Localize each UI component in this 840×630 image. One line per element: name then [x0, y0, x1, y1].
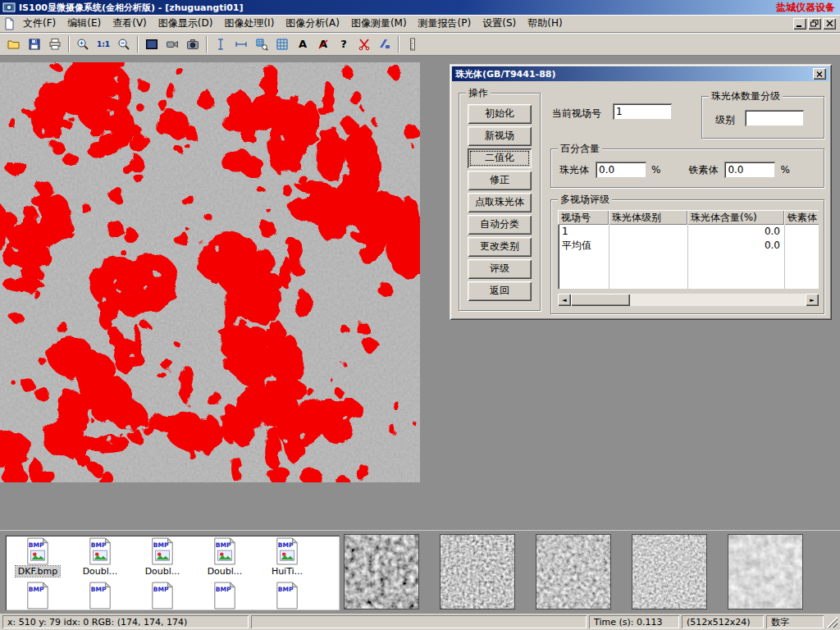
return-button[interactable]: 返回	[468, 281, 532, 301]
resize-grip[interactable]	[826, 616, 838, 628]
file-name: Doubl...	[205, 566, 245, 577]
menu-image-measure[interactable]: 图像测量(M)	[345, 15, 413, 32]
dialog-titlebar[interactable]: 珠光体(GB/T9441-88)	[452, 66, 829, 81]
calibration-button[interactable]	[375, 34, 395, 54]
menu-edit[interactable]: 编辑(E)	[62, 15, 107, 32]
mdi-restore-button[interactable]	[808, 18, 821, 30]
ruler-icon	[406, 38, 419, 51]
col-ferrite-content[interactable]: 铁素体	[784, 210, 819, 225]
col-field-number[interactable]: 视场号	[558, 210, 609, 225]
thumbnail-3[interactable]	[536, 535, 610, 609]
bmp-label: BMP	[29, 586, 44, 593]
file-item[interactable]: BMP	[69, 582, 131, 609]
status-time: Time (s): 0.113	[589, 615, 679, 628]
file-list[interactable]: BMP DKF.bmp BMP Doubl...	[5, 535, 340, 610]
menu-settings[interactable]: 设置(S)	[477, 15, 522, 32]
document-icon[interactable]	[2, 17, 16, 30]
titlebar[interactable]: IS100显微摄像系统(金相分析版) - [zhuguangti01] 盐城仪器…	[0, 0, 840, 15]
ferrite-percent-input[interactable]	[724, 162, 775, 178]
menu-file[interactable]: 文件(F)	[17, 15, 62, 32]
ruler-button[interactable]	[403, 34, 422, 54]
bmp-file-icon: BMP	[275, 537, 299, 565]
bmp-file-icon: BMP	[275, 582, 299, 609]
cell-ferrite-content	[784, 239, 819, 253]
scroll-thumb[interactable]	[571, 294, 630, 306]
save-button[interactable]	[25, 34, 44, 54]
help-button[interactable]: ?	[334, 34, 354, 54]
zoom-out-button[interactable]	[114, 34, 134, 54]
grid-line	[609, 225, 609, 289]
measure-horizontal-button[interactable]	[231, 34, 251, 54]
cut-button[interactable]	[354, 34, 374, 54]
col-pearlite-grade[interactable]: 珠光体级别	[609, 210, 687, 225]
menu-measure-report[interactable]: 测量报告(P)	[413, 15, 477, 32]
thumbnail-1[interactable]	[345, 535, 418, 609]
video-camera-button[interactable]	[162, 34, 182, 54]
rate-button[interactable]: 评级	[468, 259, 532, 279]
bmp-file-icon: BMP	[212, 582, 237, 609]
correct-button[interactable]: 修正	[468, 171, 532, 190]
print-button[interactable]	[45, 34, 65, 54]
grid-button[interactable]	[272, 34, 292, 54]
mdi-close-button[interactable]	[823, 18, 836, 30]
file-item[interactable]: BMP HuiTi...	[256, 537, 318, 577]
bmp-label: BMP	[278, 541, 294, 549]
open-icon	[7, 38, 21, 51]
file-item[interactable]: BMP Doubl...	[69, 537, 131, 577]
statusbar: x: 510 y: 79 idx: 0 RGB: (174, 174, 174)…	[0, 614, 840, 630]
actual-size-icon: 1:1	[97, 40, 110, 48]
menu-help[interactable]: 帮助(H)	[522, 15, 568, 32]
col-pearlite-content[interactable]: 珠光体含量(%)	[687, 210, 784, 225]
open-button[interactable]	[4, 34, 24, 54]
measure-vertical-button[interactable]	[211, 34, 231, 54]
text-annotation-button[interactable]: A	[293, 34, 313, 54]
thumbnail-5[interactable]	[728, 535, 802, 609]
file-item[interactable]: BMP Doubl...	[194, 537, 256, 577]
help-icon: ?	[340, 38, 347, 50]
multi-field-group: 多视场评级 视场号 珠光体级别 珠光体含量(%) 铁素体 1 0.0	[550, 199, 824, 314]
file-item[interactable]: BMP Doubl...	[131, 537, 194, 577]
metallographic-image[interactable]	[0, 62, 420, 482]
file-item[interactable]: BMP	[194, 582, 256, 609]
menu-view[interactable]: 查看(V)	[107, 15, 153, 32]
menu-image-display[interactable]: 图像显示(D)	[153, 15, 219, 32]
binarize-button[interactable]: 二值化	[468, 148, 532, 168]
current-field-input[interactable]	[613, 103, 672, 120]
delete-annotation-button[interactable]: A	[313, 34, 333, 54]
change-category-button[interactable]: 更改类别	[468, 237, 532, 257]
file-item[interactable]: BMP	[256, 582, 318, 609]
menu-image-processing[interactable]: 图像处理(I)	[218, 15, 280, 32]
scroll-left-button[interactable]: ◄	[558, 294, 571, 306]
menu-image-analysis[interactable]: 图像分析(A)	[280, 15, 345, 32]
dialog-close-button[interactable]	[813, 68, 826, 80]
pick-pearlite-button[interactable]: 点取珠光体	[468, 193, 532, 212]
table-row[interactable]: 平均值 0.0	[558, 239, 819, 253]
new-field-button[interactable]: 新视场	[468, 126, 532, 146]
zoom-in-button[interactable]	[73, 34, 93, 54]
thumbnail-4[interactable]	[632, 535, 706, 609]
table-hscrollbar[interactable]: ◄ ►	[558, 294, 819, 306]
init-button[interactable]: 初始化	[468, 104, 532, 124]
thumbnail-2[interactable]	[441, 535, 514, 609]
bmp-label: BMP	[29, 541, 44, 549]
file-item[interactable]: BMP	[131, 582, 194, 609]
percent-group: 百分含量 珠光体 % 铁素体 %	[550, 148, 824, 188]
live-capture-button[interactable]	[142, 34, 162, 54]
camera-button[interactable]	[183, 34, 203, 54]
auto-classify-button[interactable]: 自动分类	[468, 215, 532, 235]
dialog-body: 操作 初始化 新视场 二值化 修正 点取珠光体 自动分类 更改类别 评级 返回 …	[452, 81, 829, 317]
scroll-track[interactable]	[571, 294, 806, 306]
scroll-right-button[interactable]: ►	[806, 294, 819, 306]
grade-input[interactable]	[745, 110, 804, 126]
toolbar: 1:1 A A ?	[0, 33, 840, 56]
table-row[interactable]: 1 0.0	[558, 225, 819, 239]
file-item-dkf[interactable]: BMP DKF.bmp	[7, 537, 69, 577]
actual-size-button[interactable]: 1:1	[94, 34, 113, 54]
cell-pearlite-content: 0.0	[687, 239, 784, 253]
pearlite-percent-input[interactable]	[596, 162, 646, 178]
edge-find-button[interactable]	[252, 34, 272, 54]
cell-field-number: 1	[558, 225, 609, 239]
file-item[interactable]: BMP	[7, 582, 69, 609]
multi-field-table[interactable]: 视场号 珠光体级别 珠光体含量(%) 铁素体 1 0.0 平均值	[558, 210, 819, 289]
mdi-minimize-button[interactable]	[793, 18, 806, 30]
